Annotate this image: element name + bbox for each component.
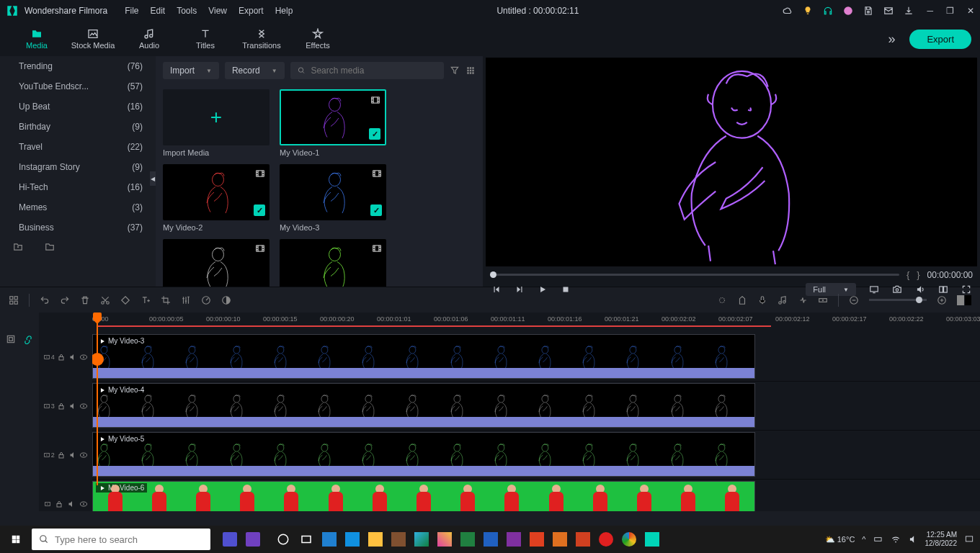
visibility-icon[interactable] [79, 500, 88, 508]
play-icon[interactable] [538, 284, 548, 295]
sidebar-item[interactable]: YouTube Endscr...(57) [0, 76, 156, 96]
tag-icon[interactable] [120, 295, 130, 305]
media-item[interactable]: +Import Media [163, 89, 270, 157]
export-button[interactable]: Export [909, 30, 971, 49]
taskbar-app[interactable] [388, 529, 409, 550]
speed-icon[interactable] [201, 295, 211, 305]
menu-file[interactable]: File [125, 6, 138, 16]
media-item[interactable]: ✓ My Video-2 [163, 164, 270, 232]
timeline-track[interactable]: My Video-3 [92, 333, 980, 382]
marker-icon[interactable] [737, 295, 747, 305]
seek-thumb[interactable] [490, 271, 496, 278]
sidebar-item[interactable]: Birthday(9) [0, 117, 156, 137]
taskbar-app[interactable] [595, 529, 617, 550]
media-thumb[interactable] [280, 239, 386, 287]
menu-export[interactable]: Export [239, 6, 264, 16]
taskbar-app[interactable] [434, 529, 455, 550]
visibility-icon[interactable] [79, 353, 88, 361]
more-tabs-button[interactable]: » [888, 32, 895, 47]
visibility-icon[interactable] [79, 402, 88, 410]
taskbar-app[interactable] [549, 529, 571, 550]
taskbar-app[interactable] [526, 529, 548, 550]
grid-view-icon[interactable] [466, 66, 476, 76]
collapse-all-icon[interactable] [6, 334, 16, 344]
clock-widget[interactable]: 12:25 AM 12/8/2022 [925, 531, 958, 548]
tab-transitions[interactable]: Transitions [233, 28, 290, 50]
weather-widget[interactable]: ⛅ 16°C [825, 535, 855, 544]
cloud-icon[interactable] [783, 6, 793, 16]
taskbar-app-filmora[interactable] [641, 529, 663, 550]
mute-icon[interactable] [68, 353, 77, 361]
media-thumb[interactable]: ✓ [280, 164, 386, 220]
timeline-ruler[interactable]: 00:0000:00:00:0500:00:00:1000:00:00:1500… [92, 313, 980, 333]
sidebar-item[interactable]: Memes(3) [0, 197, 156, 217]
search-media-input[interactable] [290, 62, 444, 79]
volume-icon[interactable] [915, 284, 925, 295]
mark-out-button[interactable]: } [917, 269, 919, 280]
preview-video[interactable] [486, 58, 977, 266]
lock-icon[interactable] [57, 353, 66, 361]
tab-audio[interactable]: Audio [121, 28, 177, 50]
tab-media[interactable]: Media [9, 28, 65, 50]
prev-frame-icon[interactable] [491, 284, 502, 295]
taskbar-app[interactable] [503, 529, 525, 550]
taskbar-app-taskview[interactable] [295, 529, 317, 550]
taskbar-app[interactable] [365, 529, 386, 550]
menu-view[interactable]: View [208, 6, 227, 16]
next-frame-icon[interactable] [514, 284, 525, 295]
tab-effects[interactable]: Effects [290, 28, 346, 50]
zoom-slider[interactable] [869, 299, 927, 301]
display-icon[interactable] [869, 284, 879, 295]
tab-stock-media[interactable]: Stock Media [65, 28, 121, 50]
redo-icon[interactable] [60, 295, 70, 305]
lock-icon[interactable] [57, 451, 66, 459]
media-item[interactable] [163, 239, 270, 287]
quality-dropdown[interactable]: Full▼ [806, 283, 856, 296]
taskbar-app[interactable] [272, 529, 294, 550]
taskbar-app[interactable] [618, 529, 640, 550]
delete-icon[interactable] [80, 295, 90, 305]
zoom-in-icon[interactable] [937, 295, 947, 305]
download-icon[interactable] [904, 6, 914, 16]
mic-icon[interactable] [757, 295, 767, 305]
media-item[interactable]: ✓ My Video-1 [280, 89, 386, 157]
seek-slider[interactable] [490, 274, 899, 276]
add-text-icon[interactable] [141, 295, 151, 305]
sidebar-item[interactable]: Instagram Story(9) [0, 157, 156, 177]
mute-icon[interactable] [68, 451, 77, 459]
mark-in-button[interactable]: { [906, 269, 909, 280]
tray-chevron-icon[interactable]: ^ [862, 535, 865, 544]
undo-icon[interactable] [40, 295, 50, 305]
mute-icon[interactable] [68, 402, 77, 410]
headphones-icon[interactable] [823, 6, 833, 16]
timeline-track[interactable]: My Video-6 [92, 480, 980, 511]
sidebar-item[interactable]: Business(37) [0, 217, 156, 238]
menu-help[interactable]: Help [275, 6, 293, 16]
media-item[interactable] [280, 239, 386, 287]
add-track-icon[interactable] [818, 295, 828, 305]
menu-tools[interactable]: Tools [177, 6, 197, 16]
layout-icon[interactable] [9, 295, 19, 305]
profile-icon[interactable] [843, 6, 853, 16]
taskbar-app[interactable] [219, 529, 241, 550]
timeline-view-toggle[interactable] [957, 295, 971, 305]
mail-icon[interactable] [883, 6, 894, 16]
adjust-icon[interactable] [181, 295, 191, 305]
taskbar-app[interactable] [572, 529, 594, 550]
playhead[interactable] [97, 313, 98, 485]
maximize-button[interactable]: ❐ [946, 6, 954, 16]
visibility-icon[interactable] [79, 451, 88, 459]
taskbar-app[interactable] [342, 529, 363, 550]
compare-icon[interactable] [938, 284, 948, 295]
import-dropdown[interactable]: Import▼ [163, 62, 219, 79]
media-item[interactable]: ✓ My Video-3 [280, 164, 386, 232]
taskbar-app[interactable] [318, 529, 340, 550]
taskbar-app[interactable] [457, 529, 478, 550]
lock-icon[interactable] [55, 500, 63, 508]
media-thumb[interactable]: ✓ [280, 89, 386, 145]
notifications-icon[interactable] [964, 534, 974, 544]
taskbar-app[interactable] [242, 529, 264, 550]
timeline-tracks[interactable]: 00:0000:00:00:0500:00:00:1000:00:00:1500… [92, 313, 980, 511]
sidebar-item[interactable]: Trending(76) [0, 56, 156, 76]
timeline-track[interactable]: My Video-5 [92, 431, 980, 480]
